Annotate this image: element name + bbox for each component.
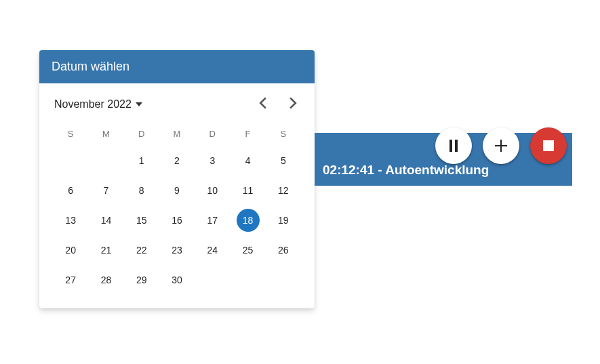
calendar-blank — [88, 147, 123, 174]
calendar-day[interactable]: 23 — [159, 237, 195, 264]
chevron-left-icon — [259, 97, 267, 109]
weekday-header: F — [230, 123, 265, 144]
calendar-day[interactable]: 7 — [88, 177, 123, 204]
add-button[interactable] — [483, 127, 519, 164]
calendar-day[interactable]: 21 — [88, 237, 123, 264]
weekday-header: D — [124, 123, 159, 144]
weekday-header: M — [159, 123, 195, 144]
calendar-day[interactable]: 18 — [230, 207, 265, 234]
calendar-day[interactable]: 3 — [195, 147, 230, 174]
calendar-day[interactable]: 10 — [195, 177, 230, 204]
weekday-header: D — [195, 123, 230, 144]
calendar-day[interactable]: 6 — [53, 177, 88, 204]
date-picker-title: Datum wählen — [39, 50, 315, 83]
calendar-day[interactable]: 30 — [159, 266, 195, 294]
calendar-day[interactable]: 1 — [124, 147, 159, 174]
calendar-day[interactable]: 26 — [266, 237, 301, 264]
calendar-day[interactable]: 19 — [266, 207, 301, 234]
month-year-selector[interactable]: November 2022 — [54, 98, 142, 110]
date-picker: Datum wählen November 2022 SMDMDFS123456… — [39, 50, 315, 308]
calendar-day[interactable]: 15 — [124, 207, 159, 234]
calendar-day[interactable]: 13 — [53, 207, 88, 234]
calendar-day[interactable]: 11 — [230, 177, 265, 204]
svg-rect-1 — [455, 140, 458, 152]
chevron-right-icon — [289, 97, 297, 109]
calendar-day[interactable]: 25 — [230, 237, 265, 264]
pause-button[interactable] — [435, 127, 472, 164]
plus-icon — [494, 139, 508, 153]
calendar-day[interactable]: 12 — [266, 177, 301, 204]
svg-rect-4 — [543, 140, 554, 151]
calendar-day[interactable]: 29 — [124, 266, 159, 294]
pause-icon — [448, 139, 459, 153]
calendar-day[interactable]: 8 — [124, 177, 159, 204]
timer-elapsed: 02:12:41 — [323, 163, 374, 177]
next-month-button[interactable] — [286, 94, 300, 114]
calendar-day[interactable]: 24 — [195, 237, 230, 264]
date-picker-controls: November 2022 — [39, 83, 315, 119]
weekday-header: S — [266, 123, 301, 144]
timer-task-name: Autoentwicklung — [385, 163, 489, 177]
calendar-grid: SMDMDFS123456789101112131415161718192021… — [39, 119, 315, 308]
timer-button-group — [435, 127, 567, 164]
calendar-day[interactable]: 2 — [159, 147, 195, 174]
month-year-label: November 2022 — [54, 98, 132, 110]
calendar-day[interactable]: 28 — [88, 266, 123, 294]
calendar-day[interactable]: 9 — [159, 177, 195, 204]
svg-rect-3 — [495, 145, 507, 146]
calendar-day[interactable]: 4 — [230, 147, 265, 174]
calendar-blank — [53, 147, 88, 174]
timer-text: 02:12:41 - Autoentwicklung — [323, 163, 489, 178]
stop-icon — [543, 140, 554, 151]
calendar-day[interactable]: 5 — [266, 147, 301, 174]
calendar-day[interactable]: 27 — [53, 266, 88, 294]
timer-panel: 02:12:41 - Autoentwicklung — [315, 133, 572, 186]
calendar-day[interactable]: 22 — [124, 237, 159, 264]
prev-month-button[interactable] — [256, 94, 270, 114]
timer-separator: - — [374, 163, 385, 177]
calendar-day[interactable]: 17 — [195, 207, 230, 234]
dropdown-icon — [136, 101, 142, 108]
weekday-header: S — [53, 123, 88, 144]
stop-button[interactable] — [530, 127, 567, 164]
svg-rect-0 — [449, 140, 452, 152]
calendar-day[interactable]: 14 — [88, 207, 123, 234]
calendar-day[interactable]: 20 — [53, 237, 88, 264]
calendar-day[interactable]: 16 — [159, 207, 195, 234]
weekday-header: M — [88, 123, 123, 144]
